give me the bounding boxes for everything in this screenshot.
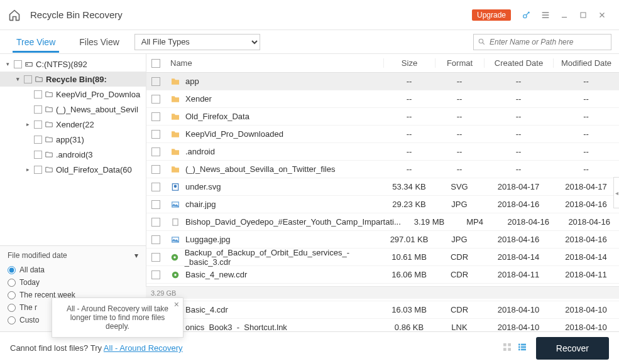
list-view-icon[interactable] — [517, 342, 527, 354]
checkbox[interactable] — [14, 60, 22, 68]
menu-icon[interactable] — [536, 6, 555, 24]
row-checkbox[interactable] — [151, 218, 160, 227]
tree-item[interactable]: KeepVid_Pro_Downloa — [0, 87, 146, 102]
search-box[interactable] — [473, 34, 611, 50]
table-row[interactable]: Xender-------- — [146, 90, 619, 108]
table-row[interactable]: Basic_4_new.cdr16.06 MBCDR2018-04-112018… — [146, 266, 619, 284]
tab-tree-view[interactable]: Tree View — [8, 32, 64, 52]
file-modified: 2018-04-10 — [553, 323, 619, 331]
key-icon[interactable] — [517, 6, 536, 24]
row-checkbox[interactable] — [151, 253, 160, 262]
tab-files-view[interactable]: Files View — [70, 32, 128, 52]
file-created: -- — [484, 77, 553, 86]
table-row[interactable]: Luggage.jpg297.01 KBJPG2018-04-162018-04… — [146, 231, 619, 249]
column-created[interactable]: Created Date — [484, 58, 553, 68]
table-row[interactable]: Old_Firefox_Data-------- — [146, 108, 619, 126]
file-created: 2018-04-11 — [484, 270, 553, 279]
minimize-icon[interactable] — [555, 6, 574, 24]
file-format: -- — [435, 112, 484, 121]
tree-item[interactable]: .android(3 — [0, 147, 146, 162]
tree-item[interactable]: ▾C:(NTFS)(892 — [0, 56, 146, 72]
file-modified: 2018-04-11 — [553, 270, 619, 279]
file-created: 2018-04-10 — [484, 323, 553, 331]
row-checkbox[interactable] — [151, 77, 160, 86]
file-format: CDR — [435, 270, 484, 279]
tree-item[interactable]: (_)_News_about_Sevil — [0, 102, 146, 117]
file-format: -- — [435, 94, 484, 104]
row-checkbox[interactable] — [151, 165, 160, 174]
row-checkbox[interactable] — [151, 183, 160, 191]
file-size: 53.34 KB — [383, 182, 435, 191]
table-row[interactable]: onics_Book3_-_Shortcut.lnk0.86 KBLNK2018… — [146, 319, 619, 331]
checkbox[interactable] — [34, 120, 42, 129]
file-size: 29.23 KB — [383, 200, 435, 209]
table-row[interactable]: Backup_of_Backup_of_Orbit_Edu_services_-… — [146, 249, 619, 266]
svg-point-11 — [174, 256, 177, 259]
row-checkbox[interactable] — [151, 270, 160, 279]
file-created: 2018-04-10 — [484, 305, 553, 314]
file-name: KeepVid_Pro_Downloaded — [185, 129, 283, 139]
svg-rect-23 — [518, 344, 520, 346]
all-around-recovery-link[interactable]: All - Around Recovery — [104, 343, 183, 353]
expand-handle[interactable]: ◂ — [613, 177, 619, 208]
file-created: -- — [484, 112, 553, 121]
table-row[interactable]: .android-------- — [146, 143, 619, 161]
tree-item[interactable]: ▾Recycle Bin(89: — [0, 72, 146, 87]
close-icon[interactable] — [593, 6, 611, 24]
row-checkbox[interactable] — [151, 147, 160, 156]
filter-option[interactable]: Today — [8, 276, 138, 289]
file-modified: 2018-04-10 — [553, 305, 619, 314]
select-all-checkbox[interactable] — [151, 59, 160, 68]
tree-item[interactable]: ▸Old_Firefox_Data(60 — [0, 162, 146, 177]
filter-option[interactable]: All data — [8, 264, 138, 276]
file-created: -- — [484, 94, 553, 104]
row-checkbox[interactable] — [151, 235, 160, 244]
checkbox[interactable] — [34, 105, 42, 114]
tree-item[interactable]: app(31) — [0, 132, 146, 147]
chevron-down-icon[interactable]: ▾ — [134, 251, 138, 260]
table-row[interactable]: under.svg53.34 KBSVG2018-04-172018-04-17 — [146, 178, 619, 196]
column-size[interactable]: Size — [383, 58, 435, 68]
row-checkbox[interactable] — [151, 95, 160, 104]
checkbox[interactable] — [34, 90, 42, 99]
file-created: 2018-04-16 — [484, 200, 553, 209]
status-bar: 3.29 GB — [146, 286, 619, 299]
file-icon — [170, 217, 180, 227]
search-icon — [478, 38, 486, 46]
column-modified[interactable]: Modified Date — [553, 58, 619, 68]
file-size: 10.61 MB — [383, 252, 435, 262]
maximize-icon[interactable] — [574, 6, 593, 24]
row-checkbox[interactable] — [151, 200, 160, 209]
column-name[interactable]: Name — [165, 58, 383, 68]
checkbox[interactable] — [24, 75, 32, 83]
home-icon[interactable] — [8, 8, 21, 22]
file-format: LNK — [435, 323, 484, 331]
table-row[interactable]: (_)_News_about_Sevilla_on_Twitter_files-… — [146, 161, 619, 178]
row-checkbox[interactable] — [151, 112, 160, 121]
column-format[interactable]: Format — [435, 58, 484, 68]
table-row[interactable]: Basic_4.cdr16.03 MBCDR2018-04-102018-04-… — [146, 301, 619, 319]
search-input[interactable] — [490, 38, 607, 46]
tree-item[interactable]: ▸Xender(22 — [0, 117, 146, 132]
table-row[interactable]: app-------- — [146, 73, 619, 90]
checkbox[interactable] — [34, 166, 42, 174]
svg-point-13 — [174, 274, 177, 276]
upgrade-button[interactable]: Upgrade — [472, 9, 511, 21]
recover-button[interactable]: Recover — [536, 337, 609, 360]
svg-point-4 — [27, 64, 28, 65]
file-type-select[interactable]: All File Types — [134, 34, 260, 50]
table-row[interactable]: chair.jpg29.23 KBJPG2018-04-162018-04-16 — [146, 196, 619, 213]
file-icon — [170, 147, 180, 157]
checkbox[interactable] — [34, 136, 42, 144]
file-icon — [170, 129, 180, 139]
checkbox[interactable] — [34, 151, 42, 159]
grid-view-icon[interactable] — [502, 342, 512, 354]
table-row[interactable]: KeepVid_Pro_Downloaded-------- — [146, 126, 619, 143]
file-created: 2018-04-14 — [484, 252, 553, 262]
row-checkbox[interactable] — [151, 130, 160, 139]
table-row[interactable]: Bishop_David_Oyedepo_#Easter_Youth_Camp_… — [146, 213, 619, 231]
file-size: -- — [383, 94, 435, 104]
svg-rect-1 — [581, 13, 586, 18]
svg-rect-20 — [508, 343, 511, 346]
tooltip-close-icon[interactable]: × — [174, 299, 179, 309]
